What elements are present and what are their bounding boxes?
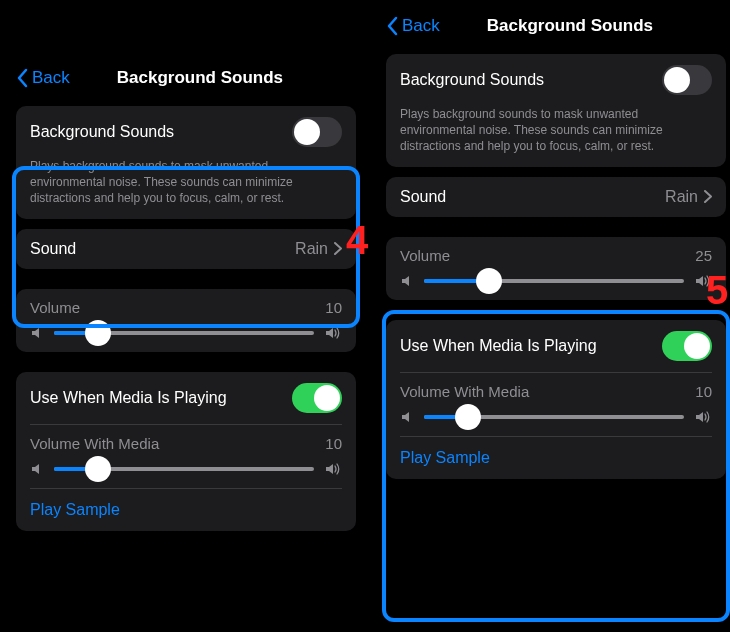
speaker-high-icon (694, 410, 712, 424)
sound-group: Sound Rain (16, 229, 356, 269)
sound-label: Sound (400, 188, 446, 206)
volume-slider[interactable] (54, 331, 314, 335)
volume-group: Volume 25 (386, 237, 726, 300)
sound-group: Sound Rain (386, 177, 726, 217)
sound-value: Rain (295, 240, 328, 258)
media-group: Use When Media Is Playing Volume With Me… (16, 372, 356, 531)
sound-value-wrap: Rain (295, 240, 342, 258)
slider-thumb[interactable] (85, 456, 111, 482)
background-sounds-toggle[interactable] (292, 117, 342, 147)
settings-pane-right: Back Background Sounds Background Sounds… (376, 10, 730, 499)
sound-row[interactable]: Sound Rain (16, 229, 356, 269)
volume-label: Volume (30, 299, 80, 316)
slider-thumb[interactable] (85, 320, 111, 346)
volume-with-media-value: 10 (325, 435, 342, 452)
chevron-right-icon (704, 190, 712, 203)
use-when-media-toggle[interactable] (292, 383, 342, 413)
slider-thumb[interactable] (455, 404, 481, 430)
volume-slider-block: Volume 25 (386, 237, 726, 300)
volume-slider[interactable] (424, 279, 684, 283)
volume-label: Volume (400, 247, 450, 264)
speaker-low-icon (400, 274, 414, 288)
play-sample-button[interactable]: Play Sample (386, 437, 726, 479)
volume-with-media-label: Volume With Media (30, 435, 159, 452)
speaker-low-icon (30, 326, 44, 340)
speaker-low-icon (30, 462, 44, 476)
speaker-high-icon (324, 326, 342, 340)
volume-with-media-value: 10 (695, 383, 712, 400)
volume-with-media-slider[interactable] (54, 467, 314, 471)
media-group: Use When Media Is Playing Volume With Me… (386, 320, 726, 479)
nav-bar: Back Background Sounds (376, 10, 730, 54)
sound-label: Sound (30, 240, 76, 258)
play-sample-button[interactable]: Play Sample (16, 489, 356, 531)
volume-slider-block: Volume 10 (16, 289, 356, 352)
speaker-high-icon (324, 462, 342, 476)
slider-thumb[interactable] (476, 268, 502, 294)
background-sounds-toggle[interactable] (662, 65, 712, 95)
volume-value: 10 (325, 299, 342, 316)
chevron-left-icon (16, 68, 28, 88)
use-when-media-label: Use When Media Is Playing (30, 389, 227, 407)
sound-value: Rain (665, 188, 698, 206)
volume-group: Volume 10 (16, 289, 356, 352)
chevron-right-icon (334, 242, 342, 255)
background-sounds-group: Background Sounds Plays background sound… (386, 54, 726, 167)
page-title: Background Sounds (414, 16, 726, 36)
settings-pane-left: Back Background Sounds Background Sounds… (6, 62, 366, 551)
background-sounds-label: Background Sounds (30, 123, 174, 141)
sound-row[interactable]: Sound Rain (386, 177, 726, 217)
speaker-high-icon (694, 274, 712, 288)
volume-with-media-block: Volume With Media 10 (16, 425, 356, 488)
volume-with-media-slider[interactable] (424, 415, 684, 419)
volume-with-media-block: Volume With Media 10 (386, 373, 726, 436)
background-sounds-description: Plays background sounds to mask unwanted… (16, 158, 356, 219)
use-when-media-row[interactable]: Use When Media Is Playing (386, 320, 726, 372)
nav-bar: Back Background Sounds (6, 62, 366, 106)
background-sounds-label: Background Sounds (400, 71, 544, 89)
speaker-low-icon (400, 410, 414, 424)
use-when-media-row[interactable]: Use When Media Is Playing (16, 372, 356, 424)
sound-value-wrap: Rain (665, 188, 712, 206)
background-sounds-description: Plays background sounds to mask unwanted… (386, 106, 726, 167)
chevron-left-icon (386, 16, 398, 36)
background-sounds-toggle-row[interactable]: Background Sounds (386, 54, 726, 106)
background-sounds-toggle-row[interactable]: Background Sounds (16, 106, 356, 158)
use-when-media-toggle[interactable] (662, 331, 712, 361)
volume-with-media-label: Volume With Media (400, 383, 529, 400)
volume-value: 25 (695, 247, 712, 264)
background-sounds-group: Background Sounds Plays background sound… (16, 106, 356, 219)
use-when-media-label: Use When Media Is Playing (400, 337, 597, 355)
page-title: Background Sounds (44, 68, 356, 88)
